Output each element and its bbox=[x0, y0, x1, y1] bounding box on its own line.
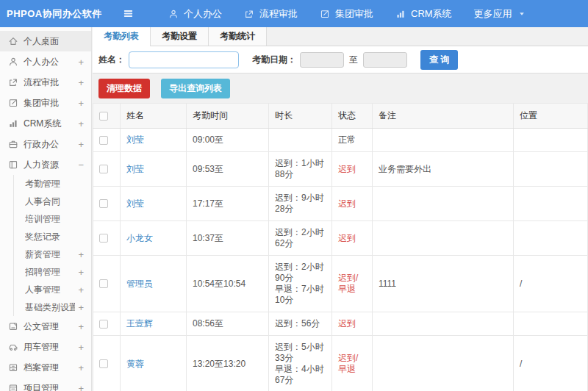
location-cell bbox=[514, 187, 588, 221]
search-button[interactable]: 查 询 bbox=[420, 50, 458, 70]
sidebar-subitem-recruitment-management[interactable]: 招聘管理+ bbox=[14, 263, 91, 281]
location-cell bbox=[514, 312, 588, 336]
sidebar-item-project-management[interactable]: 项目管理+ bbox=[0, 378, 91, 391]
topbar: PHPOA协同办公软件 个人办公流程审批集团审批CRM系统更多应用 bbox=[0, 0, 588, 27]
sidebar-subitem-personnel-management[interactable]: 人事管理+ bbox=[14, 281, 91, 298]
expand-toggle-icon: + bbox=[78, 302, 84, 313]
duration-cell: 迟到：5小时33分 早退：4小时67分 bbox=[269, 336, 332, 391]
row-checkbox[interactable] bbox=[99, 320, 108, 329]
sidebar-menu: 个人桌面个人办公+流程审批+集团审批+CRM系统+行政办公+人力资源−考勤管理人… bbox=[0, 31, 91, 391]
employee-name-link[interactable]: 黄蓉 bbox=[126, 359, 144, 369]
row-checkbox[interactable] bbox=[99, 279, 108, 288]
employee-name-link[interactable]: 管理员 bbox=[126, 279, 153, 289]
folder-icon bbox=[7, 383, 18, 391]
nav-more-apps[interactable]: 更多应用 bbox=[474, 7, 526, 21]
sidebar-item-human-resources[interactable]: 人力资源− bbox=[0, 154, 91, 175]
main-content: 考勤列表考勤设置考勤统计 姓名： 考勤日期： 至 查 询 清理数据 导出查询列表… bbox=[93, 27, 588, 391]
sidebar-subitem-reward-punishment-records[interactable]: 奖惩记录 bbox=[14, 228, 91, 245]
row-checkbox[interactable] bbox=[99, 199, 108, 208]
tab-attendance-list[interactable]: 考勤列表 bbox=[93, 27, 151, 46]
expand-toggle-icon: + bbox=[78, 249, 84, 260]
table-row: 刘莹09:00至正常 bbox=[93, 129, 588, 152]
briefcase-icon bbox=[7, 139, 18, 149]
tab-attendance-statistics[interactable]: 考勤统计 bbox=[209, 27, 267, 46]
date-to-input[interactable] bbox=[363, 52, 407, 68]
employee-name-link[interactable]: 小龙女 bbox=[126, 233, 153, 243]
export-list-button[interactable]: 导出查询列表 bbox=[161, 79, 230, 98]
location-cell: / bbox=[514, 336, 588, 391]
nav-crm-system[interactable]: CRM系统 bbox=[395, 7, 452, 21]
nav-group-approval[interactable]: 集团审批 bbox=[320, 7, 373, 21]
sidebar-item-crm-system[interactable]: CRM系统+ bbox=[0, 113, 91, 134]
column-header-1: 考勤时间 bbox=[187, 104, 269, 129]
row-checkbox[interactable] bbox=[99, 136, 108, 145]
topbar-nav: 个人办公流程审批集团审批CRM系统更多应用 bbox=[146, 7, 526, 21]
hamburger-menu-icon[interactable] bbox=[122, 7, 135, 20]
edit-icon bbox=[320, 9, 330, 19]
status-cell: 正常 bbox=[332, 129, 373, 152]
nav-label: 个人办公 bbox=[184, 7, 222, 21]
employee-name-link[interactable]: 刘莹 bbox=[126, 198, 144, 209]
sidebar-item-label: 公文管理 bbox=[24, 320, 75, 333]
table-row: 刘莹17:17至迟到：9小时28分迟到 bbox=[93, 187, 588, 221]
expand-toggle-icon: − bbox=[78, 159, 84, 171]
sidebar-item-label: 行政办公 bbox=[24, 138, 75, 151]
clean-data-button[interactable]: 清理数据 bbox=[98, 79, 150, 98]
column-header-4: 备注 bbox=[373, 104, 514, 129]
sidebar-item-personal-desktop[interactable]: 个人桌面 bbox=[0, 31, 91, 51]
expand-toggle-icon: + bbox=[78, 118, 84, 129]
nav-personal-office[interactable]: 个人办公 bbox=[168, 7, 222, 21]
sidebar-subitem-label: 考勤管理 bbox=[25, 178, 81, 190]
row-checkbox[interactable] bbox=[99, 165, 108, 173]
location-cell: / bbox=[514, 256, 588, 312]
duration-cell: 迟到：1小时88分 bbox=[269, 152, 332, 187]
sidebar-item-admin-office[interactable]: 行政办公+ bbox=[0, 134, 91, 154]
name-input[interactable] bbox=[129, 51, 239, 68]
sidebar-subitem-personnel-contract[interactable]: 人事合同 bbox=[14, 193, 91, 210]
employee-name-link[interactable]: 刘莹 bbox=[126, 164, 144, 174]
sidebar-subitem-label: 人事管理 bbox=[25, 284, 75, 296]
share-icon bbox=[244, 9, 254, 19]
tab-attendance-settings[interactable]: 考勤设置 bbox=[151, 27, 209, 46]
expand-toggle-icon: + bbox=[78, 383, 84, 391]
select-all-checkbox[interactable] bbox=[99, 112, 108, 121]
table-row: 管理员10:54至10:54迟到：2小时90分 早退：7小时10分迟到/早退11… bbox=[93, 256, 588, 312]
employee-name-link[interactable]: 刘莹 bbox=[126, 134, 144, 145]
caret-down-icon bbox=[517, 10, 526, 18]
employee-name-link[interactable]: 王壹辉 bbox=[126, 318, 153, 329]
column-header-0: 姓名 bbox=[121, 104, 187, 129]
duration-cell: 迟到：2小时90分 早退：7小时10分 bbox=[269, 256, 332, 312]
user-icon bbox=[7, 57, 18, 67]
location-cell bbox=[514, 129, 588, 152]
column-header-3: 状态 bbox=[332, 104, 373, 129]
nav-label: 更多应用 bbox=[474, 7, 512, 21]
attendance-time-cell: 17:17至 bbox=[187, 187, 269, 221]
expand-toggle-icon: + bbox=[78, 77, 84, 88]
status-cell: 迟到 bbox=[332, 152, 373, 187]
sidebar-item-vehicle-management[interactable]: 用车管理+ bbox=[0, 337, 91, 357]
date-from-input[interactable] bbox=[300, 52, 344, 68]
status-cell: 迟到/早退 bbox=[332, 336, 373, 391]
nav-workflow-approval[interactable]: 流程审批 bbox=[244, 7, 298, 21]
sidebar-item-label: 项目管理 bbox=[24, 382, 75, 391]
sidebar-subitem-attendance-management[interactable]: 考勤管理 bbox=[14, 175, 91, 193]
expand-toggle-icon: + bbox=[78, 98, 84, 109]
expand-toggle-icon: + bbox=[78, 139, 84, 150]
row-checkbox[interactable] bbox=[99, 234, 108, 243]
sidebar-subitem-salary-management[interactable]: 薪资管理+ bbox=[14, 245, 91, 263]
sidebar-item-document-management[interactable]: 公文管理+ bbox=[0, 316, 91, 337]
sidebar-item-archive-management[interactable]: 档案管理+ bbox=[0, 357, 91, 378]
sidebar-item-group-approval[interactable]: 集团审批+ bbox=[0, 93, 91, 113]
sidebar-subitem-training-management[interactable]: 培训管理 bbox=[14, 210, 91, 228]
sidebar-subitem-label: 基础类别设置 bbox=[25, 301, 75, 314]
doc-icon bbox=[7, 321, 18, 331]
sidebar-subitem-basic-category-settings[interactable]: 基础类别设置+ bbox=[14, 298, 91, 316]
attendance-time-cell: 10:54至10:54 bbox=[187, 256, 269, 312]
attendance-time-cell: 13:20至13:20 bbox=[187, 336, 269, 391]
duration-cell: 迟到：2小时62分 bbox=[269, 221, 332, 256]
home-icon bbox=[7, 36, 18, 46]
column-header-5: 位置 bbox=[514, 104, 588, 129]
row-checkbox[interactable] bbox=[99, 359, 108, 368]
sidebar-item-personal-office[interactable]: 个人办公+ bbox=[0, 51, 91, 72]
sidebar-item-workflow-approval[interactable]: 流程审批+ bbox=[0, 72, 91, 93]
